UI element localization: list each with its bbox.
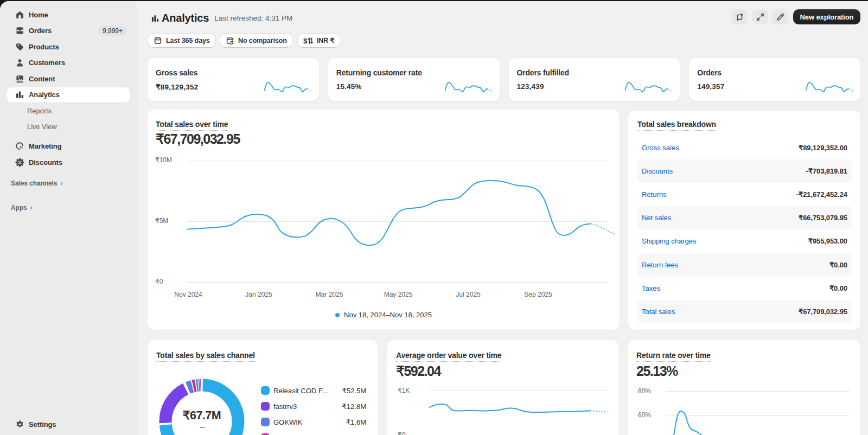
svg-text:$: $ bbox=[303, 36, 308, 44]
